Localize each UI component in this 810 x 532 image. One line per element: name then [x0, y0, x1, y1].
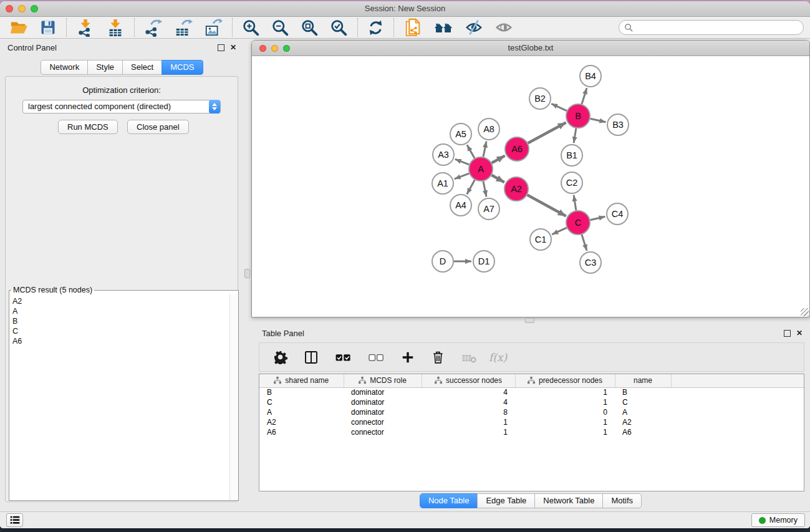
table-row[interactable]: Adominator80A — [259, 407, 804, 417]
tab-node-table[interactable]: Node Table — [420, 493, 478, 508]
column-header-successor-nodes[interactable]: successor nodes — [422, 374, 515, 387]
graph-node-B[interactable]: B — [566, 104, 590, 128]
zoom-fit-button[interactable] — [295, 17, 324, 37]
close-panel-icon[interactable] — [229, 43, 238, 52]
column-header-name[interactable]: name — [615, 374, 671, 387]
show-panel-columns-button[interactable] — [299, 350, 324, 365]
graph-edge-A6-B[interactable] — [528, 122, 566, 143]
graph-node-A3[interactable]: A3 — [433, 144, 454, 165]
network-close-button[interactable] — [259, 45, 266, 52]
graph-node-B3[interactable]: B3 — [607, 114, 629, 135]
graph-edge-A-A3[interactable] — [455, 159, 470, 165]
graph-edge-A2-C[interactable] — [528, 195, 566, 216]
graph-edge-A-A8[interactable] — [483, 142, 486, 157]
column-header-shared-name[interactable]: shared name — [259, 374, 344, 387]
graph-node-A2[interactable]: A2 — [504, 177, 528, 201]
select-all-button[interactable] — [330, 351, 357, 364]
graph-edge-B-B1[interactable] — [574, 128, 576, 143]
tab-style[interactable]: Style — [87, 60, 123, 75]
mcds-result-item[interactable]: A — [12, 306, 235, 316]
task-history-button[interactable] — [6, 513, 23, 527]
tab-network-table[interactable]: Network Table — [534, 493, 603, 508]
graph-edge-A-A1[interactable] — [455, 173, 470, 179]
graph-edge-B-B4[interactable] — [582, 88, 587, 104]
resize-grip[interactable] — [801, 308, 809, 316]
add-column-button[interactable] — [396, 351, 420, 364]
save-session-button[interactable] — [34, 17, 62, 37]
graph-edge-C-C1[interactable] — [552, 228, 567, 235]
graph-node-C4[interactable]: C4 — [607, 203, 628, 225]
table-row[interactable]: Cdominator41C — [259, 397, 804, 407]
zoom-selected-button[interactable] — [324, 17, 354, 37]
graph-edge-B-B2[interactable] — [551, 104, 567, 110]
refresh-button[interactable] — [362, 17, 390, 37]
graph-node-A7[interactable]: A7 — [478, 198, 499, 220]
graph-node-A1[interactable]: A1 — [432, 173, 453, 194]
graph-edge-A-A6[interactable] — [492, 156, 505, 163]
graph-node-A8[interactable]: A8 — [478, 118, 499, 140]
memory-button[interactable]: Memory — [751, 513, 805, 527]
result-scrollbar[interactable] — [229, 294, 238, 500]
graph-edge-A-A4[interactable] — [467, 180, 475, 195]
criterion-select[interactable]: largest connected component (directed) — [22, 100, 221, 114]
network-zoom-button[interactable] — [283, 45, 290, 52]
search-box[interactable] — [619, 20, 804, 35]
tab-motifs[interactable]: Motifs — [602, 493, 642, 508]
export-table-button[interactable] — [168, 17, 198, 37]
graph-node-A6[interactable]: A6 — [505, 137, 529, 161]
table-close-panel-icon[interactable] — [795, 329, 804, 337]
tab-select[interactable]: Select — [122, 60, 162, 75]
graph-node-A4[interactable]: A4 — [450, 195, 471, 216]
float-panel-icon[interactable] — [216, 43, 225, 52]
zoom-in-button[interactable] — [236, 17, 266, 37]
graph-edge-B-B3[interactable] — [591, 118, 606, 122]
graph-node-C2[interactable]: C2 — [561, 172, 582, 193]
splitter-handle-left[interactable] — [244, 269, 250, 278]
import-table-button[interactable] — [100, 17, 130, 37]
deselect-all-button[interactable] — [363, 351, 390, 364]
mcds-result-item[interactable]: A6 — [12, 336, 235, 346]
network-window-titlebar[interactable]: testGlobe.txt — [252, 41, 809, 56]
graph-edge-C-C2[interactable] — [574, 195, 576, 210]
run-mcds-button[interactable]: Run MCDS — [58, 120, 118, 134]
import-network-button[interactable] — [70, 17, 100, 37]
graph-node-B1[interactable]: B1 — [561, 145, 582, 166]
close-window-button[interactable] — [6, 5, 13, 12]
column-header-MCDS-role[interactable]: MCDS role — [344, 374, 422, 387]
new-network-from-selection-button[interactable] — [398, 17, 428, 37]
close-panel-button[interactable]: Close panel — [127, 120, 189, 134]
delete-column-button[interactable] — [426, 350, 450, 364]
mcds-result-item[interactable]: A2 — [12, 296, 235, 306]
table-row[interactable]: A2connector11A2 — [259, 417, 804, 427]
mcds-result-list[interactable]: A2ABCA6 — [9, 296, 238, 347]
graph-node-C[interactable]: C — [566, 211, 590, 235]
table-row[interactable]: Bdominator41B — [259, 387, 804, 397]
mcds-result-item[interactable]: C — [12, 326, 235, 336]
column-header-predecessor-nodes[interactable]: predecessor nodes — [515, 374, 615, 387]
node-table-grid[interactable]: shared nameMCDS rolesuccessor nodesprede… — [259, 374, 804, 437]
open-file-button[interactable] — [4, 17, 34, 37]
graph-edge-A-A5[interactable] — [467, 145, 475, 158]
delete-table-button[interactable] — [456, 351, 483, 364]
minimize-window-button[interactable] — [18, 5, 26, 12]
export-image-button[interactable] — [198, 17, 228, 37]
table-row[interactable]: A6connector11A6 — [259, 427, 804, 437]
graph-node-A5[interactable]: A5 — [450, 123, 471, 145]
zoom-out-button[interactable] — [266, 17, 295, 37]
network-graph[interactable]: B4B2BB3A8A5A6A3B1AC2A1A2A4A7C4CC1DD1C3 — [252, 56, 809, 317]
column-settings-button[interactable] — [268, 350, 292, 364]
graph-edge-A-A2[interactable] — [491, 175, 504, 182]
mcds-result-item[interactable]: B — [12, 316, 235, 326]
graph-edge-C-C3[interactable] — [582, 235, 587, 251]
network-minimize-button[interactable] — [271, 45, 278, 52]
home-button[interactable] — [428, 17, 459, 37]
zoom-window-button[interactable] — [31, 5, 38, 12]
graph-node-D[interactable]: D — [432, 251, 453, 272]
export-network-button[interactable] — [138, 17, 168, 37]
table-float-panel-icon[interactable] — [783, 329, 791, 337]
tab-edge-table[interactable]: Edge Table — [477, 493, 535, 508]
graph-edge-A-A7[interactable] — [483, 181, 486, 197]
function-builder-button[interactable]: f(x) — [489, 351, 507, 364]
network-canvas[interactable]: B4B2BB3A8A5A6A3B1AC2A1A2A4A7C4CC1DD1C3 — [252, 56, 809, 317]
graph-node-A[interactable]: A — [469, 157, 493, 181]
